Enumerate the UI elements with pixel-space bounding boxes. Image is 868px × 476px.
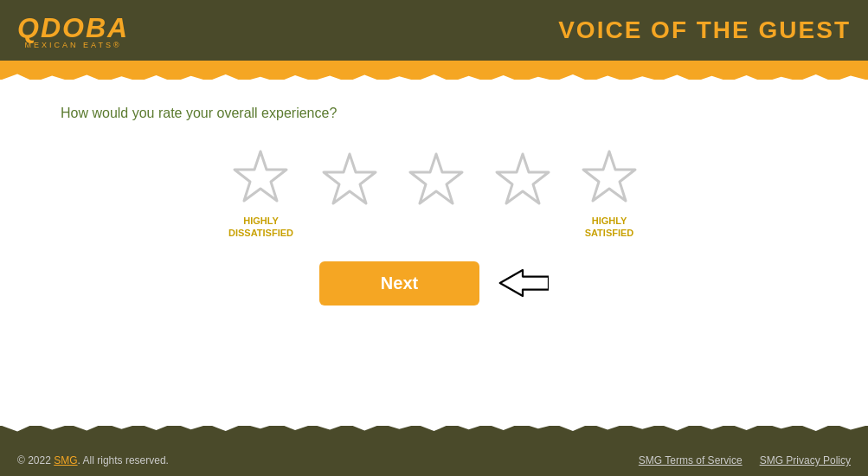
- next-area: Next: [319, 261, 549, 306]
- star-2-wrapper: [319, 150, 380, 236]
- svg-marker-5: [500, 270, 549, 296]
- terms-of-service-link[interactable]: SMG Terms of Service: [639, 454, 743, 466]
- star-1[interactable]: [230, 147, 291, 208]
- privacy-policy-link[interactable]: SMG Privacy Policy: [760, 454, 851, 466]
- star-4-wrapper: [492, 150, 553, 236]
- star-5-wrapper: HIGHLYSATISFIED: [579, 147, 640, 240]
- header: QDOBA MEXICAN EATS® VOICE OF THE GUEST: [0, 0, 868, 61]
- star-3-wrapper: [406, 150, 466, 236]
- svg-marker-0: [235, 151, 286, 201]
- bottom-border: [0, 426, 868, 445]
- svg-marker-1: [324, 154, 376, 203]
- star-1-label: HIGHLYDISSATISFIED: [228, 215, 293, 240]
- star-4[interactable]: [492, 150, 553, 210]
- logo-text: QDOBA: [17, 12, 129, 43]
- arrow-icon: [497, 266, 549, 300]
- logo-sub: MEXICAN EATS®: [17, 41, 129, 49]
- svg-marker-2: [410, 154, 462, 203]
- logo: QDOBA MEXICAN EATS®: [17, 12, 129, 49]
- star-1-wrapper: HIGHLYDISSATISFIED: [228, 147, 293, 240]
- footer-links: SMG Terms of Service SMG Privacy Policy: [639, 454, 851, 466]
- star-5[interactable]: [579, 147, 640, 208]
- svg-marker-4: [583, 151, 635, 201]
- stars-container: HIGHLYDISSATISFIED: [228, 147, 640, 240]
- next-button[interactable]: Next: [319, 261, 479, 306]
- star-3[interactable]: [406, 150, 466, 210]
- svg-marker-3: [497, 154, 549, 203]
- footer: © 2022 SMG. All rights reserved. SMG Ter…: [0, 445, 868, 476]
- page-title: VOICE OF THE GUEST: [558, 16, 851, 44]
- star-2[interactable]: [319, 150, 380, 210]
- orange-border-top: [0, 61, 868, 80]
- star-5-label: HIGHLYSATISFIED: [585, 215, 634, 240]
- main-content: How would you rate your overall experien…: [0, 80, 868, 426]
- smg-link[interactable]: SMG: [54, 454, 77, 466]
- footer-copyright: © 2022 SMG. All rights reserved.: [17, 454, 169, 466]
- survey-question: How would you rate your overall experien…: [61, 106, 337, 121]
